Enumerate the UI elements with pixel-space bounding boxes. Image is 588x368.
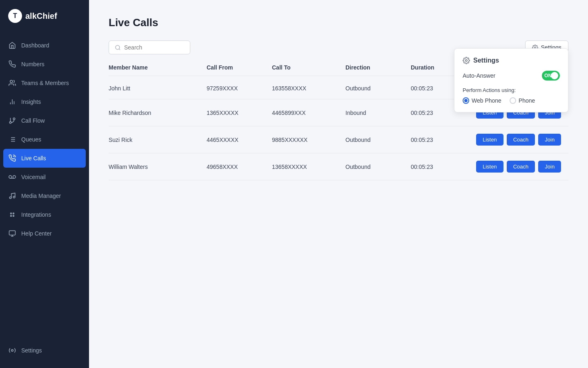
svg-point-5 [13, 118, 15, 120]
cell-direction: Outbound [345, 164, 411, 170]
cell-duration: 00:05:23 [411, 164, 476, 170]
auto-answer-toggle[interactable]: ON [542, 71, 560, 81]
dropdown-gear-icon [463, 57, 470, 64]
svg-point-16 [9, 197, 11, 199]
voicemail-icon [8, 173, 16, 181]
cell-duration: 00:05:23 [411, 137, 476, 143]
sidebar-logo: T alkChief [0, 0, 89, 32]
sidebar-item-label: Queues [21, 136, 41, 143]
svg-point-26 [116, 45, 120, 49]
sidebar-item-voicemail[interactable]: Voicemail [0, 168, 89, 186]
svg-point-20 [11, 215, 12, 217]
cell-actions: Listen Coach Join [476, 134, 568, 146]
cell-call-to: 13658XXXXX [272, 164, 345, 170]
cell-direction: Outbound [345, 137, 411, 143]
listen-button[interactable]: Listen [476, 134, 503, 146]
sidebar-settings-label: Settings [21, 347, 42, 354]
sidebar-item-label: Voicemail [21, 174, 46, 180]
table-row: William Walters 49658XXXX 13658XXXXX Out… [109, 153, 568, 180]
coach-button[interactable]: Coach [507, 134, 535, 146]
sidebar-item-live-calls[interactable]: Live Calls [3, 149, 86, 168]
sidebar-item-label: Teams & Members [21, 80, 69, 86]
auto-answer-label: Auto-Answer [463, 72, 495, 79]
radio-web-phone[interactable]: Web Phone [463, 97, 501, 104]
sidebar-item-teams-members[interactable]: Teams & Members [0, 74, 89, 92]
col-call-from: Call From [207, 64, 272, 71]
svg-point-6 [9, 121, 11, 123]
cell-direction: Inbound [345, 110, 411, 116]
auto-answer-row: Auto-Answer ON [463, 71, 560, 81]
sidebar-item-queues[interactable]: Queues [0, 130, 89, 149]
svg-point-25 [11, 350, 13, 352]
sidebar-item-label: Live Calls [21, 155, 46, 162]
phone-call-icon [8, 154, 16, 162]
coach-button[interactable]: Coach [507, 161, 535, 173]
cell-actions: Listen Coach Join [476, 161, 568, 173]
svg-point-17 [13, 196, 15, 198]
sidebar-item-dashboard[interactable]: Dashboard [0, 36, 89, 55]
sidebar-item-numbers[interactable]: Numbers [0, 55, 89, 74]
cell-direction: Outbound [345, 85, 411, 92]
search-box[interactable] [109, 40, 190, 54]
logo-text: alkChief [25, 11, 57, 21]
search-icon [115, 45, 121, 51]
sidebar-item-label: Insights [21, 99, 41, 105]
search-input[interactable] [124, 44, 184, 51]
table-row: Suzi Rick 4465XXXXX 9885XXXXXX Outbound … [109, 126, 568, 153]
main-content: Live Calls Settings Member Name Call Fro… [89, 0, 588, 368]
sidebar-item-media-manager[interactable]: Media Manager [0, 186, 89, 205]
col-direction: Direction [345, 64, 411, 71]
join-button[interactable]: Join [538, 134, 561, 146]
users-icon [8, 79, 16, 87]
toggle-on-label: ON [544, 73, 552, 79]
home-icon [8, 41, 16, 49]
sidebar-item-help-center[interactable]: Help Center [0, 224, 89, 243]
perform-actions-radio-group: Web Phone Phone [463, 97, 560, 104]
col-member-name: Member Name [109, 64, 207, 71]
svg-point-0 [10, 80, 13, 83]
cell-call-to: 9885XXXXXX [272, 137, 345, 143]
sidebar-item-label: Dashboard [21, 42, 49, 49]
sidebar: T alkChief Dashboard Numbers [0, 0, 89, 368]
page-title: Live Calls [109, 16, 568, 29]
cell-call-from: 4465XXXXX [207, 137, 272, 143]
sidebar-nav: Dashboard Numbers Teams & Members [0, 32, 89, 337]
sidebar-item-label: Numbers [21, 61, 45, 67]
dropdown-title: Settings [463, 57, 560, 64]
cell-call-from: 1365XXXXX [207, 110, 272, 116]
perform-actions-label: Perform Actions using: [463, 87, 560, 93]
toggle-thumb [551, 72, 558, 79]
radio-dot-web-phone [463, 97, 469, 104]
radio-phone[interactable]: Phone [510, 97, 535, 104]
sidebar-settings-section: Settings [0, 337, 89, 368]
svg-rect-22 [9, 231, 16, 235]
bar-chart-icon [8, 98, 16, 106]
toggle-track[interactable]: ON [542, 71, 560, 81]
cell-call-to: 4465899XXX [272, 110, 345, 116]
sidebar-item-insights[interactable]: Insights [0, 92, 89, 111]
svg-point-29 [466, 60, 468, 62]
cell-member-name: Mike Richardson [109, 110, 207, 116]
sidebar-item-label: Help Center [21, 230, 52, 237]
sidebar-item-label: Media Manager [21, 193, 61, 199]
cell-call-to: 163558XXXX [272, 85, 345, 92]
svg-line-27 [119, 49, 120, 50]
sidebar-item-call-flow[interactable]: Call Flow [0, 111, 89, 130]
radio-dot-phone [510, 97, 516, 104]
cell-member-name: William Walters [109, 164, 207, 170]
svg-point-18 [11, 213, 12, 214]
join-button[interactable]: Join [538, 161, 561, 173]
grid-icon [8, 211, 16, 219]
sidebar-item-integrations[interactable]: Integrations [0, 205, 89, 224]
cell-member-name: Suzi Rick [109, 137, 207, 143]
svg-point-21 [13, 215, 14, 217]
sidebar-item-settings[interactable]: Settings [0, 341, 89, 360]
monitor-icon [8, 229, 16, 238]
cell-call-from: 49658XXXX [207, 164, 272, 170]
listen-button[interactable]: Listen [476, 161, 503, 173]
sidebar-item-label: Call Flow [21, 117, 45, 124]
cell-member-name: John Litt [109, 85, 207, 92]
settings-icon [8, 346, 16, 355]
logo-icon: T [8, 9, 22, 23]
music-icon [8, 192, 16, 200]
